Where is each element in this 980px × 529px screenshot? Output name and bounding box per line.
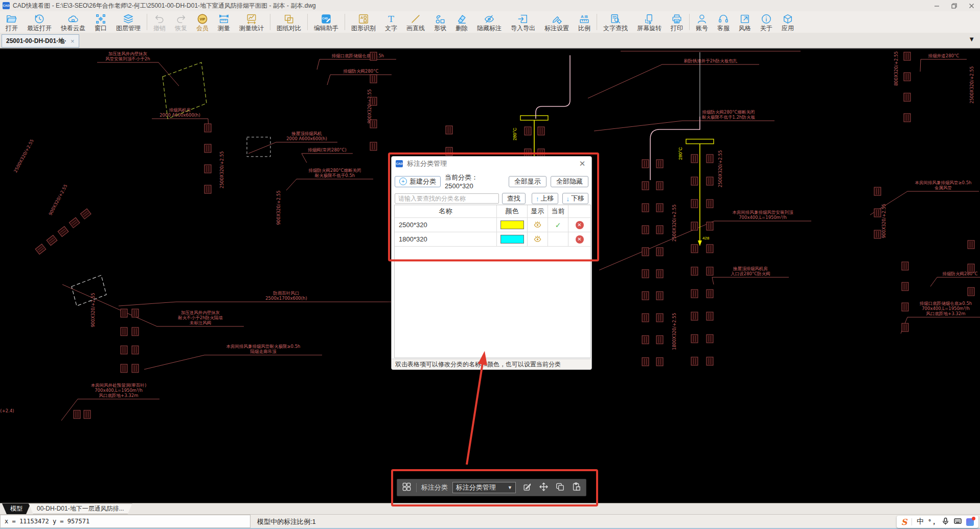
eye-icon[interactable]: [533, 221, 542, 230]
dialog-hint: 双击表格项可以修改分类的名称和颜色，也可以设置当前分类: [392, 359, 591, 369]
toolbar-button-history[interactable]: 最近打开: [22, 11, 56, 33]
copy-annotation-icon[interactable]: [555, 482, 565, 494]
toolbar-button-erase[interactable]: 删除: [451, 11, 472, 33]
toolbar-button-notesettings[interactable]: 标注设置: [540, 11, 574, 33]
dialog-close-icon[interactable]: ✕: [577, 159, 587, 168]
window-controls: [928, 0, 980, 11]
about-icon: [761, 13, 772, 25]
undo-icon: [154, 13, 165, 25]
edit-annotation-icon[interactable]: [522, 482, 532, 494]
search-button[interactable]: 查找: [502, 193, 526, 204]
paste-annotation-icon[interactable]: [572, 482, 581, 494]
new-category-button[interactable]: + 新建分类: [395, 176, 441, 187]
show-all-button[interactable]: 全部显示: [509, 176, 546, 187]
toolbar-button-label: 恢复: [175, 25, 187, 32]
delete-cell[interactable]: ✕: [568, 232, 590, 246]
toolbar-button-hidenote[interactable]: 隐藏标注: [472, 11, 506, 33]
ime-mode-toggle[interactable]: 中: [917, 517, 924, 526]
toolbar-button-line[interactable]: 画直线: [402, 11, 429, 33]
toolbar-button-print[interactable]: 打印: [666, 11, 688, 33]
move-up-button[interactable]: ↑上移: [532, 193, 558, 204]
toolbar-button-label: 画直线: [406, 25, 425, 32]
current-cell[interactable]: ✓: [548, 218, 568, 232]
keyboard-icon[interactable]: [954, 517, 962, 527]
up-arrow-icon: ↑: [536, 195, 539, 203]
toolbar-button-window[interactable]: 窗口: [90, 11, 111, 33]
toolbar-group: CAD编辑助手: [309, 11, 343, 33]
svg-text:排烟防火阀280°C熔断关闭: 排烟防火阀280°C熔断关闭: [309, 168, 361, 173]
ime-skin-icon[interactable]: [966, 518, 974, 526]
app-logo-icon: CAD: [3, 2, 10, 9]
delete-icon[interactable]: ✕: [576, 235, 584, 244]
category-name[interactable]: 2500*320: [395, 218, 497, 232]
current-cell[interactable]: [548, 232, 568, 246]
toolbar-button-style[interactable]: 风格: [734, 11, 756, 33]
toolbar-button-editassist[interactable]: CAD编辑助手: [309, 11, 343, 33]
category-color-cell[interactable]: [497, 232, 528, 246]
toolbar-button-undo[interactable]: 撤销: [149, 11, 170, 33]
search-input[interactable]: [395, 193, 499, 204]
dialog-logo-icon: CAD: [396, 160, 403, 167]
toolbar-button-label: 应用: [782, 25, 794, 32]
minimize-button[interactable]: [928, 0, 945, 11]
toolbar-button-shape[interactable]: 形状: [429, 11, 451, 33]
toolbar-group: 图纸对比: [272, 11, 306, 33]
toolbar-button-stats[interactable]: 测量统计: [235, 11, 268, 33]
visibility-cell[interactable]: [528, 218, 548, 232]
svg-text:VIP: VIP: [200, 17, 206, 21]
category-row[interactable]: 2500*320✓✕: [395, 218, 590, 232]
color-swatch[interactable]: [500, 235, 524, 244]
toolbar-button-recognize[interactable]: A图形识别: [347, 11, 380, 33]
move-annotation-icon[interactable]: [539, 482, 549, 494]
delete-icon[interactable]: ✕: [576, 221, 584, 229]
svg-text:2000 A600x600(h): 2000 A600x600(h): [286, 136, 327, 141]
microphone-icon[interactable]: [942, 517, 949, 527]
toolbar-button-account[interactable]: 账号: [691, 11, 713, 33]
vip-icon: VIP: [197, 13, 208, 25]
plus-icon: +: [399, 178, 407, 185]
main-toolbar: 打开最近打开快看云盘窗口图层管理撤销恢复VIP会员测量测量统计图纸对比CAD编辑…: [0, 11, 980, 33]
document-tab[interactable]: 25001-00-DH-D01-地· ×: [2, 34, 79, 48]
category-grid-icon[interactable]: [402, 482, 412, 494]
svg-text:900X320/+2.55: 900X320/+2.55: [881, 204, 886, 238]
category-name[interactable]: 1800*320: [395, 232, 497, 246]
category-dropdown[interactable]: 标注分类管理 ▼: [452, 482, 516, 493]
toolbar-group: A图形识别T文字画直线形状删除隐藏标注导入导出标注设置A:B比例: [347, 11, 595, 33]
ime-punctuation-toggle[interactable]: °，: [928, 518, 937, 526]
toolbar-button-redo[interactable]: 恢复: [170, 11, 192, 33]
visibility-cell[interactable]: [528, 232, 548, 246]
toolbar-button-layers[interactable]: 图层管理: [111, 11, 145, 33]
model-tab[interactable]: 00-DH-D01-地下一层通风防排...: [29, 503, 132, 514]
toolbar-button-label: 文字查找: [603, 25, 628, 32]
toolbar-button-label: 撤销: [153, 25, 166, 32]
toolbar-button-compare[interactable]: 图纸对比: [272, 11, 306, 33]
toolbar-button-app[interactable]: 应用: [777, 11, 799, 33]
toolbar-button-impexp[interactable]: 导入导出: [506, 11, 540, 33]
hide-all-button[interactable]: 全部隐藏: [551, 176, 588, 187]
toolbar-button-ratio[interactable]: A:B比例: [574, 11, 595, 33]
toolbar-button-vip[interactable]: VIP会员: [192, 11, 213, 33]
close-button[interactable]: [963, 0, 980, 11]
toolbar-button-rotate[interactable]: 屏幕旋转: [632, 11, 666, 33]
move-down-button[interactable]: ↓下移: [562, 193, 589, 204]
ime-brand-icon[interactable]: S: [901, 517, 907, 527]
model-tab[interactable]: 模型: [2, 503, 31, 514]
toolbar-button-service[interactable]: 客服: [713, 11, 734, 33]
category-color-cell[interactable]: [497, 218, 528, 232]
dialog-title-bar[interactable]: CAD 标注分类管理 ✕: [392, 157, 591, 171]
category-row[interactable]: 1800*320✕: [395, 232, 590, 247]
svg-text:800X320/+2.55: 800X320/+2.55: [367, 89, 372, 123]
color-swatch[interactable]: [500, 221, 524, 229]
svg-text:428: 428: [702, 236, 710, 240]
toolbar-button-textsearch[interactable]: 文字查找: [599, 11, 632, 33]
tab-close-icon[interactable]: ×: [71, 37, 75, 45]
toolbar-button-cloud[interactable]: 快看云盘: [56, 11, 90, 33]
toolbar-button-measure[interactable]: 测量: [213, 11, 235, 33]
restore-button[interactable]: [945, 0, 963, 11]
toolbar-button-about[interactable]: 关于: [756, 11, 777, 33]
toolbar-button-text[interactable]: T文字: [380, 11, 402, 33]
toolbar-collapse-icon[interactable]: ▼: [968, 36, 975, 42]
toolbar-button-folder[interactable]: 打开: [1, 11, 22, 33]
delete-cell[interactable]: ✕: [568, 218, 590, 232]
eye-icon[interactable]: [533, 235, 542, 244]
